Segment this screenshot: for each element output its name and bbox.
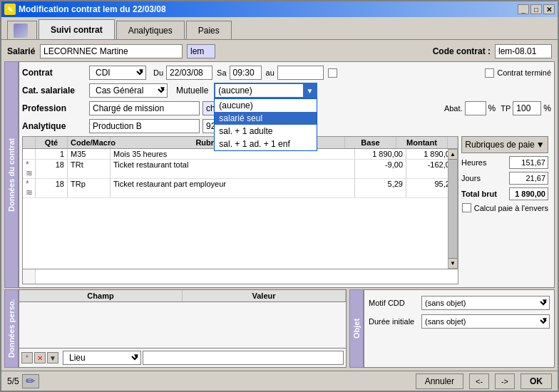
new-code-input[interactable]	[68, 269, 111, 284]
tab-analytiques[interactable]: Analytiques	[116, 21, 185, 39]
tab-paies[interactable]: Paies	[186, 21, 232, 39]
tab-icon[interactable]	[7, 21, 37, 39]
table-main: Qté Code/Macro Rubrique de paie Base Mon…	[22, 136, 458, 284]
td-code: TRp	[68, 179, 111, 197]
mutuelle-option-aucune[interactable]: (aucune)	[215, 99, 317, 112]
td-ctrl: *≋	[23, 160, 36, 178]
maximize-button[interactable]: □	[530, 4, 542, 14]
duree-row: Durée initiale (sans objet)	[369, 314, 550, 329]
jours-row: Jours	[461, 172, 548, 185]
salarie-name-input[interactable]	[40, 44, 183, 58]
th-qte: Qté	[36, 137, 68, 148]
perso-down-btn[interactable]: ▼	[47, 352, 58, 363]
page-indicator: 5/5	[7, 376, 19, 386]
td-qte: 1	[36, 149, 68, 159]
analytique-input[interactable]	[89, 119, 200, 133]
contrat-termine-checkbox[interactable]	[485, 68, 494, 78]
motif-select-wrapper: (sans objet)	[421, 296, 550, 310]
tab-suivi[interactable]: Suivi contrat	[39, 19, 115, 39]
code-contrat-input[interactable]	[495, 44, 552, 58]
contrat-type-select[interactable]: CDI	[89, 66, 146, 80]
lieu-input[interactable]	[143, 351, 344, 365]
calcul-row: Calcul paie à l'envers	[461, 203, 548, 212]
donnees-perso-label: Données perso.	[4, 289, 19, 368]
contrat-type-wrapper: CDI	[89, 66, 146, 80]
annuler-button[interactable]: Annuler	[416, 373, 463, 389]
table-input-row	[22, 269, 458, 284]
window-title: Modification contrat lem du 22/03/08	[19, 4, 166, 14]
perso-delete-btn[interactable]: ✕	[34, 352, 46, 363]
table-scrollbar[interactable]: ▲ ▼	[448, 149, 458, 269]
window: ✎ Modification contrat lem du 22/03/08 _…	[0, 0, 559, 392]
perso-col1: Champ	[19, 290, 183, 301]
main-area: Données du contrat Contrat CDI Du Sa au	[4, 61, 555, 288]
mutuelle-option-sal-ad-enf[interactable]: sal. + 1 ad. + 1 enf	[215, 138, 317, 150]
pct-sign: %	[488, 103, 496, 113]
time-input[interactable]	[230, 66, 262, 80]
scroll-up-btn[interactable]: ▲	[448, 150, 457, 160]
profession-input[interactable]	[89, 101, 200, 115]
mutuelle-select[interactable]: (aucune) ▼	[214, 83, 317, 98]
pen-icon[interactable]: ✏	[22, 374, 39, 388]
cat-label: Cat. salariale	[22, 86, 86, 96]
td-base: -9,00	[355, 160, 406, 178]
mutuelle-option-sal-adulte[interactable]: sal. + 1 adulte	[215, 125, 317, 138]
td-code: TRt	[68, 160, 111, 178]
lieu-select[interactable]: Lieu	[63, 351, 141, 365]
scroll-thumb[interactable]	[448, 160, 457, 258]
mutuelle-option-salarie-seul[interactable]: salarié seul	[215, 112, 317, 125]
calcul-label: Calcul paie à l'envers	[474, 204, 548, 212]
td-rubrique: Ticket restaurant part employeur	[111, 179, 355, 197]
contrat-termine-label: Contrat terminé	[497, 68, 551, 77]
tp-input[interactable]	[513, 101, 541, 115]
mutuelle-label: Mutuelle	[176, 86, 208, 96]
next-button[interactable]: ->	[495, 373, 515, 389]
new-rubrique-input[interactable]	[111, 269, 355, 284]
rubriques-dropdown-arrow: ▼	[536, 140, 545, 150]
prev-button[interactable]: <-	[469, 373, 489, 389]
cat-select-wrapper: Cas Général	[89, 83, 168, 98]
date-fin-input[interactable]	[277, 66, 324, 80]
th-montant: Montant	[396, 137, 448, 148]
close-button[interactable]: ✕	[543, 4, 555, 14]
scroll-down-btn[interactable]: ▼	[448, 258, 457, 268]
objet-section: Motif CDD (sans objet) Durée initiale (s…	[364, 289, 555, 368]
td-qte: 18	[36, 160, 68, 178]
heures-row: Heures	[461, 156, 548, 169]
salarie-short-input[interactable]	[187, 44, 215, 58]
perso-add-btn[interactable]: *	[21, 352, 33, 363]
salarie-label: Salarié	[7, 46, 36, 56]
table-area: Qté Code/Macro Rubrique de paie Base Mon…	[22, 136, 551, 284]
analytique-label: Analytique	[22, 121, 86, 131]
mutuelle-dropdown-arrow[interactable]: ▼	[303, 83, 316, 98]
new-qte-input[interactable]	[36, 269, 68, 284]
calcul-checkbox[interactable]	[462, 203, 471, 212]
cat-select[interactable]: Cas Général	[89, 83, 168, 98]
cat-row: Cat. salariale Cas Général Mutuelle (auc…	[22, 83, 551, 98]
new-montant-input[interactable]	[406, 269, 458, 284]
table-row[interactable]: *≋ 18 TRt Ticket restaurant total -9,00 …	[23, 160, 458, 179]
tp-label: TP	[501, 104, 511, 113]
au-label: au	[266, 68, 275, 77]
bottom-section: Données perso. Champ Valeur * ✕ ▼	[4, 289, 555, 368]
mutuelle-dropdown: (aucune) salarié seul sal. + 1 adulte sa…	[214, 98, 317, 151]
abat-pct-input[interactable]	[465, 101, 486, 115]
new-base-input[interactable]	[355, 269, 406, 284]
total-label: Total brut	[461, 190, 497, 198]
table-row[interactable]: *≋ 18 TRp Ticket restaurant part employe…	[23, 179, 458, 198]
status-left: 5/5 ✏	[7, 374, 410, 388]
td-code: M35	[68, 149, 111, 159]
total-value[interactable]	[509, 187, 548, 200]
heures-value[interactable]	[509, 156, 548, 169]
th-base: Base	[345, 137, 396, 148]
table-body: 1 M35 Mois 35 heures 1 890,00 1 890,00	[22, 148, 458, 269]
date-debut-input[interactable]	[166, 66, 212, 80]
motif-select[interactable]: (sans objet)	[421, 296, 550, 310]
date-fin-checkbox[interactable]	[328, 68, 337, 78]
minimize-button[interactable]: _	[518, 4, 529, 14]
rubriques-button[interactable]: Rubriques de paie ▼	[461, 136, 548, 153]
jours-value[interactable]	[509, 172, 548, 185]
ok-button[interactable]: OK	[520, 373, 552, 389]
perso-body	[19, 302, 346, 348]
duree-select[interactable]: (sans objet)	[421, 314, 550, 329]
